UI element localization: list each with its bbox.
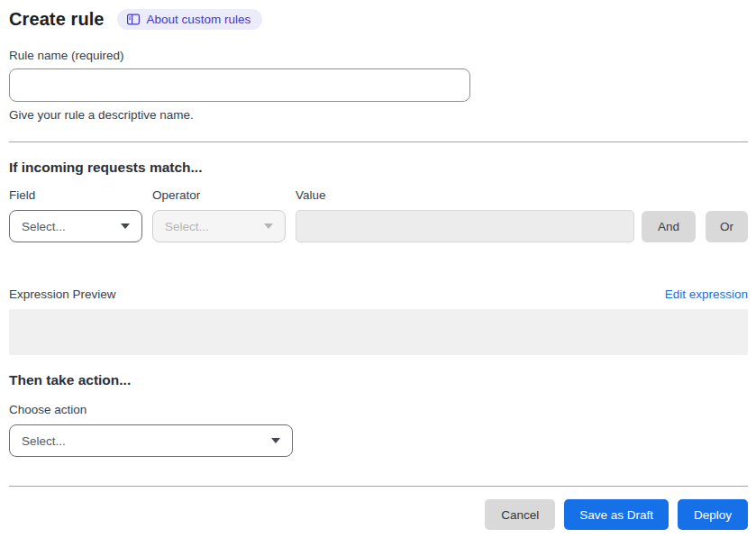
page-title: Create rule xyxy=(9,9,105,30)
choose-action-select[interactable]: Select... xyxy=(9,424,293,457)
value-label: Value xyxy=(296,188,634,202)
choose-action-label: Choose action xyxy=(9,403,748,416)
footer-divider xyxy=(9,486,748,487)
about-badge-label: About custom rules xyxy=(147,13,251,26)
cancel-button[interactable]: Cancel xyxy=(485,499,555,530)
rule-name-input[interactable] xyxy=(9,68,470,102)
rule-name-helper: Give your rule a descriptive name. xyxy=(9,108,748,122)
save-as-draft-button[interactable]: Save as Draft xyxy=(564,499,669,530)
rule-name-label: Rule name (required) xyxy=(9,49,748,62)
value-column: Value xyxy=(296,188,634,242)
operator-column: Operator Select... xyxy=(152,188,286,242)
expression-preview-label: Expression Preview xyxy=(9,287,116,301)
field-select-value: Select... xyxy=(22,220,66,233)
page-header: Create rule About custom rules xyxy=(9,9,748,30)
match-expression-row: Field Select... Operator Select... Value… xyxy=(9,188,748,242)
book-open-icon xyxy=(126,13,141,26)
or-button[interactable]: Or xyxy=(706,211,748,242)
operator-select-value: Select... xyxy=(165,220,209,233)
choose-action-value: Select... xyxy=(22,434,66,448)
chevron-down-icon xyxy=(121,223,130,229)
field-select[interactable]: Select... xyxy=(9,210,142,242)
field-column: Field Select... xyxy=(9,188,142,242)
expression-preview-box xyxy=(9,309,748,355)
operator-select[interactable]: Select... xyxy=(152,210,286,242)
deploy-button[interactable]: Deploy xyxy=(678,499,748,530)
operator-label: Operator xyxy=(152,188,286,202)
match-section-heading: If incoming requests match... xyxy=(9,160,748,176)
expression-preview-header: Expression Preview Edit expression xyxy=(9,287,748,301)
value-input[interactable] xyxy=(296,210,634,242)
section-divider xyxy=(9,141,748,142)
chevron-down-icon xyxy=(264,223,273,229)
action-section-heading: Then take action... xyxy=(9,372,748,388)
edit-expression-link[interactable]: Edit expression xyxy=(665,287,748,301)
about-custom-rules-link[interactable]: About custom rules xyxy=(117,9,263,30)
field-label: Field xyxy=(9,188,142,202)
and-button[interactable]: And xyxy=(642,211,696,242)
footer-actions: Cancel Save as Draft Deploy xyxy=(9,499,748,530)
chevron-down-icon xyxy=(271,438,280,443)
create-rule-page: Create rule About custom rules Rule name… xyxy=(0,0,756,538)
